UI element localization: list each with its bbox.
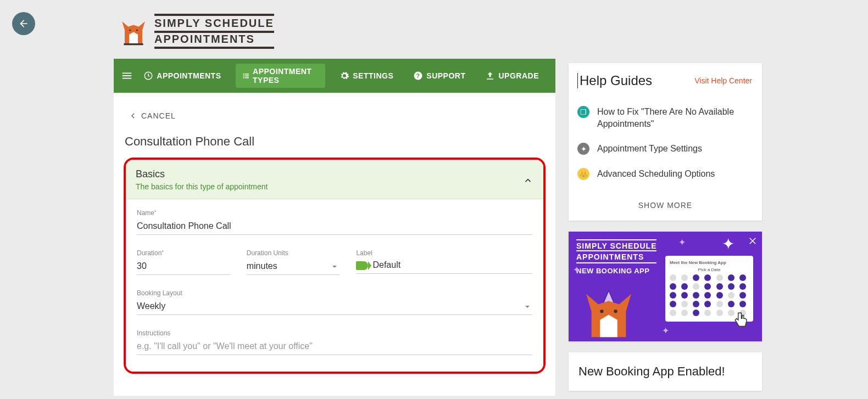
help-guides-panel: Help Guides Visit Help Center ❐ How to F… [569, 63, 762, 221]
list-icon [242, 71, 250, 81]
color-select[interactable]: Default [356, 259, 532, 274]
sparkle-icon: ✦ [577, 143, 589, 155]
svg-point-5 [600, 310, 603, 313]
help-title: Help Guides [577, 73, 652, 88]
nav-support-label: SUPPORT [426, 71, 465, 80]
help-item-advanced[interactable]: 👑 Advanced Scheduling Options [577, 161, 753, 187]
crown-icon: 👑 [577, 168, 589, 180]
cancel-label: CANCEL [141, 111, 176, 120]
main-navbar: APPOINTMENTS APPOINTMENT TYPES SETTINGS … [114, 59, 555, 93]
close-icon [748, 236, 758, 246]
cursor-hand-icon [731, 311, 750, 329]
help-item-type-settings[interactable]: ✦ Appointment Type Settings [577, 136, 753, 161]
visit-help-center-link[interactable]: Visit Help Center [694, 76, 752, 85]
nav-settings[interactable]: SETTINGS [330, 65, 403, 86]
promo-text: SIMPLY SCHEDULE APPOINTMENTS NEW BOOKING… [576, 239, 656, 275]
help-item-label: Appointment Type Settings [597, 143, 702, 155]
fox-logo-icon [120, 16, 147, 49]
gear-icon [340, 71, 349, 81]
hamburger-icon [121, 70, 133, 82]
menu-toggle[interactable] [120, 70, 133, 82]
nav-appointment-types[interactable]: APPOINTMENT TYPES [236, 64, 326, 88]
layout-select[interactable] [137, 299, 532, 315]
chevron-up-icon [522, 175, 533, 186]
instructions-input[interactable] [137, 339, 532, 355]
arrow-left-icon [18, 18, 29, 29]
duration-units-label: Duration Units [247, 249, 340, 257]
back-button[interactable] [12, 12, 35, 35]
svg-point-6 [614, 310, 617, 313]
chevron-left-icon [129, 112, 137, 120]
svg-text:?: ? [416, 72, 420, 79]
help-item-label: Advanced Scheduling Options [597, 168, 715, 180]
upload-icon [485, 71, 495, 81]
instructions-label: Instructions [137, 329, 532, 337]
duration-input[interactable] [137, 259, 230, 275]
nav-upgrade[interactable]: UPGRADE [475, 65, 549, 86]
layout-label: Booking Layout [137, 289, 532, 297]
color-label: Label [356, 249, 532, 257]
nav-upgrade-label: UPGRADE [498, 71, 539, 80]
basics-section: Basics The basics for this type of appoi… [124, 158, 546, 374]
help-item-no-available[interactable]: ❐ How to Fix "There Are No Available App… [577, 99, 753, 136]
clock-icon [143, 71, 153, 81]
basics-title: Basics [136, 168, 268, 180]
promo-banner: SIMPLY SCHEDULE APPOINTMENTS NEW BOOKING… [569, 232, 762, 341]
chat-icon: ❐ [577, 106, 589, 118]
nav-settings-label: SETTINGS [353, 71, 393, 80]
color-value: Default [372, 260, 400, 269]
new-booking-app-panel: New Booking App Enabled! [569, 352, 762, 391]
duration-label: Duration* [137, 249, 230, 257]
nav-appointment-types-label: APPOINTMENT TYPES [253, 67, 319, 85]
logo-line-2: APPOINTMENTS [154, 33, 274, 49]
nav-appointments-label: APPOINTMENTS [157, 71, 221, 80]
basics-subtitle: The basics for this type of appointment [136, 182, 268, 191]
duration-units-select[interactable] [247, 259, 340, 275]
help-item-label: How to Fix "There Are No Available Appoi… [597, 106, 753, 130]
nav-appointments[interactable]: APPOINTMENTS [133, 65, 231, 86]
show-more-button[interactable]: SHOW MORE [569, 192, 762, 221]
svg-point-1 [136, 29, 138, 31]
cancel-button[interactable]: CANCEL [124, 104, 546, 134]
help-icon: ? [413, 71, 423, 81]
promo-close-button[interactable] [748, 235, 758, 249]
svg-point-0 [129, 29, 131, 31]
logo-line-1: SIMPLY SCHEDULE [154, 14, 274, 33]
logo-text: SIMPLY SCHEDULE APPOINTMENTS [154, 14, 274, 49]
name-input[interactable] [137, 219, 532, 235]
fox-party-icon [578, 285, 639, 341]
app-logo: SIMPLY SCHEDULE APPOINTMENTS [114, 8, 555, 59]
page-title: Consultation Phone Call [124, 134, 546, 158]
nav-support[interactable]: ? SUPPORT [403, 65, 475, 86]
basics-header[interactable]: Basics The basics for this type of appoi… [126, 160, 543, 199]
name-label: Name* [137, 209, 532, 217]
enabled-title: New Booking App Enabled! [578, 364, 725, 378]
tag-icon [356, 261, 368, 270]
